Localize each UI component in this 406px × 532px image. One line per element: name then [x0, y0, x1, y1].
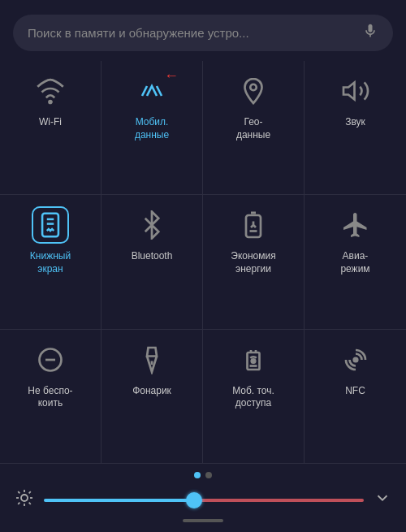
- bluetooth-label: Bluetooth: [132, 250, 173, 263]
- hotspot-label: Моб. точ.доступа: [232, 385, 274, 410]
- svg-point-1: [250, 84, 257, 91]
- svg-point-15: [252, 359, 256, 363]
- mobile-data-label: Мобил.данные: [135, 116, 169, 141]
- svg-marker-2: [343, 83, 355, 100]
- mobile-data-icon: ←: [133, 72, 171, 110]
- home-bar: [183, 519, 223, 522]
- brightness-thumb[interactable]: [186, 492, 202, 508]
- flashlight-label: Фонарик: [132, 385, 171, 398]
- home-indicator[interactable]: [183, 519, 223, 527]
- wifi-icon: [32, 72, 69, 110]
- hotspot-icon: [235, 341, 272, 378]
- airplane-icon: [337, 206, 374, 244]
- qs-mobile-data[interactable]: ← Мобил.данные: [102, 61, 203, 195]
- book-screen-icon: [32, 206, 69, 244]
- svg-rect-3: [42, 214, 58, 236]
- dot-2[interactable]: [205, 472, 212, 478]
- brightness-slider[interactable]: [44, 499, 364, 502]
- bottom-area: [0, 464, 406, 532]
- svg-point-16: [353, 357, 357, 361]
- qs-airplane[interactable]: Авиа-режим: [304, 195, 406, 329]
- power-saving-label: Экономияэнергии: [231, 250, 275, 275]
- nfc-label: NFC: [345, 385, 365, 398]
- svg-line-25: [29, 491, 31, 493]
- dnd-label: Не беспо-коить: [28, 385, 72, 410]
- qs-dnd[interactable]: Не беспо-коить: [0, 330, 102, 464]
- svg-line-24: [18, 503, 19, 504]
- svg-point-0: [50, 101, 52, 103]
- sound-icon: [337, 72, 374, 110]
- geo-label: Гео-данные: [236, 116, 270, 141]
- qs-book-screen[interactable]: Книжныйэкран: [0, 195, 102, 329]
- book-screen-label: Книжныйэкран: [30, 250, 71, 275]
- qs-bluetooth[interactable]: Bluetooth: [102, 195, 203, 329]
- svg-point-17: [21, 495, 28, 501]
- qs-sound[interactable]: Звук: [304, 61, 406, 195]
- chevron-down-icon[interactable]: [374, 489, 391, 512]
- dnd-icon: [32, 341, 69, 378]
- sound-label: Звук: [345, 116, 365, 129]
- qs-flashlight[interactable]: Фонарик: [102, 330, 203, 464]
- page-dots: [194, 472, 212, 478]
- svg-line-23: [29, 503, 31, 504]
- brightness-row: [0, 488, 406, 513]
- qs-power-saving[interactable]: Экономияэнергии: [203, 195, 304, 329]
- brightness-track: [44, 499, 364, 502]
- qs-hotspot[interactable]: Моб. точ.доступа: [203, 330, 304, 464]
- flashlight-icon: [133, 341, 171, 378]
- search-input[interactable]: [28, 26, 356, 40]
- location-icon: [235, 72, 272, 110]
- qs-wifi[interactable]: Wi-Fi: [0, 61, 102, 195]
- dot-1[interactable]: [194, 472, 201, 478]
- nfc-icon: [337, 341, 374, 378]
- microphone-icon[interactable]: [362, 23, 378, 43]
- search-bar[interactable]: [13, 15, 393, 51]
- qs-nfc[interactable]: NFC: [304, 330, 406, 464]
- quick-settings-grid: Wi-Fi ← Мобил.данные Гео-данные: [0, 61, 406, 464]
- airplane-label: Авиа-режим: [340, 250, 369, 275]
- brightness-icon: [15, 488, 34, 513]
- svg-line-22: [18, 491, 19, 493]
- bluetooth-icon: [133, 206, 171, 244]
- power-saving-icon: [235, 206, 272, 244]
- wifi-label: Wi-Fi: [39, 116, 62, 129]
- qs-geo[interactable]: Гео-данные: [203, 61, 304, 195]
